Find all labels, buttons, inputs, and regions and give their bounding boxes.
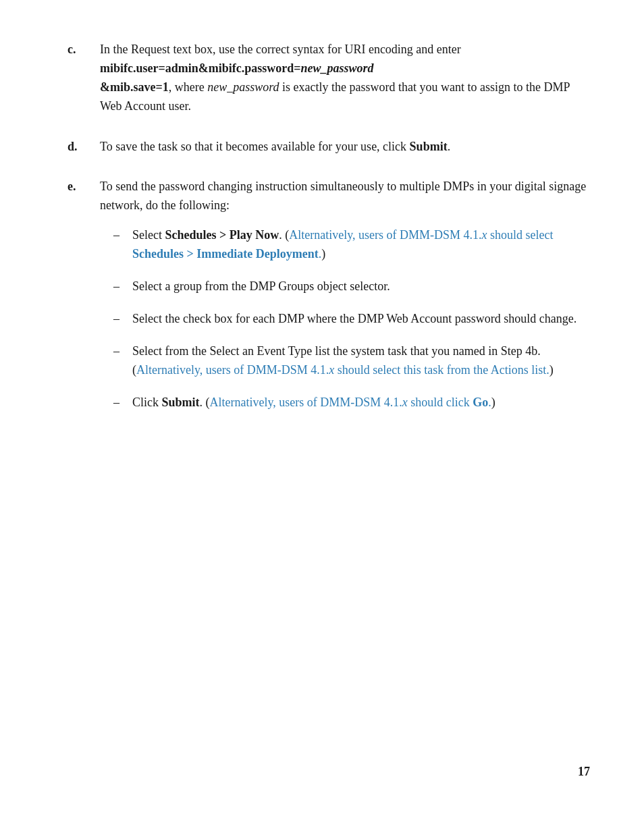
page-number: 17 xyxy=(578,763,590,782)
sub-content-4: Select from the Select an Event Type lis… xyxy=(132,342,590,380)
step-c: c. In the Request text box, use the corr… xyxy=(68,40,590,116)
step-d-content: To save the task so that it becomes avai… xyxy=(100,138,590,157)
step-list: c. In the Request text box, use the corr… xyxy=(68,40,590,425)
step-d-submit: Submit xyxy=(410,140,448,153)
step-e-intro: To send the password changing instructio… xyxy=(100,178,590,215)
alt-link-2-x: x xyxy=(329,363,334,377)
alt-link-2: Alternatively, users of DMM-DSM 4.1.x sh… xyxy=(136,363,549,377)
step-c-bold2: &mib.save=1 xyxy=(100,80,169,94)
click-go: Go xyxy=(473,396,488,409)
sub-content-3: Select the check box for each DMP where … xyxy=(132,310,590,329)
sub-text-2: Select a group from the DMP Groups objec… xyxy=(132,277,590,296)
step-d-text: To save the task so that it becomes avai… xyxy=(100,138,590,157)
sub-item-1: – Select Schedules > Play Now. (Alternat… xyxy=(113,226,590,264)
step-c-label: c. xyxy=(68,40,100,59)
click-submit: Submit xyxy=(162,396,200,409)
step-c-bold1: mibifc.user=admin&mibifc.password=new_pa… xyxy=(100,61,374,75)
sub-list: – Select Schedules > Play Now. (Alternat… xyxy=(100,226,590,412)
sub-content-2: Select a group from the DMP Groups objec… xyxy=(132,277,590,296)
schedules-play-now: Schedules > Play Now xyxy=(165,228,279,242)
schedules-immediate: Schedules > Immediate Deployment xyxy=(132,247,319,261)
step-d-label: d. xyxy=(68,138,100,157)
step-c-content: In the Request text box, use the correct… xyxy=(100,40,590,116)
sub-text-4: Select from the Select an Event Type lis… xyxy=(132,342,590,380)
dash-4: – xyxy=(113,342,132,361)
sub-item-5: – Click Submit. (Alternatively, users of… xyxy=(113,394,590,412)
dash-2: – xyxy=(113,277,132,296)
sub-item-2: – Select a group from the DMP Groups obj… xyxy=(113,277,590,296)
dash-1: – xyxy=(113,226,132,245)
step-e-label: e. xyxy=(68,178,100,196)
alt-link-3: Alternatively, users of DMM-DSM 4.1.x sh… xyxy=(210,396,491,409)
sub-content-5: Click Submit. (Alternatively, users of D… xyxy=(132,394,590,412)
sub-item-3: – Select the check box for each DMP wher… xyxy=(113,310,590,329)
sub-text-3: Select the check box for each DMP where … xyxy=(132,310,590,329)
step-c-italic2: new_password xyxy=(207,80,279,94)
alt-link-3-x: x xyxy=(402,396,408,409)
page-container: c. In the Request text box, use the corr… xyxy=(0,0,644,501)
step-c-text: In the Request text box, use the correct… xyxy=(100,40,590,116)
sub-text-5: Click Submit. (Alternatively, users of D… xyxy=(132,394,590,412)
sub-text-1: Select Schedules > Play Now. (Alternativ… xyxy=(132,226,590,264)
step-e-content: To send the password changing instructio… xyxy=(100,178,590,425)
sub-content-1: Select Schedules > Play Now. (Alternativ… xyxy=(132,226,590,264)
step-e: e. To send the password changing instruc… xyxy=(68,178,590,425)
dash-5: – xyxy=(113,394,132,412)
dash-3: – xyxy=(113,310,132,329)
step-c-italic1: new_password xyxy=(301,61,374,75)
sub-item-4: – Select from the Select an Event Type l… xyxy=(113,342,590,380)
alt-link-1-x: x xyxy=(482,228,487,242)
step-d: d. To save the task so that it becomes a… xyxy=(68,138,590,157)
